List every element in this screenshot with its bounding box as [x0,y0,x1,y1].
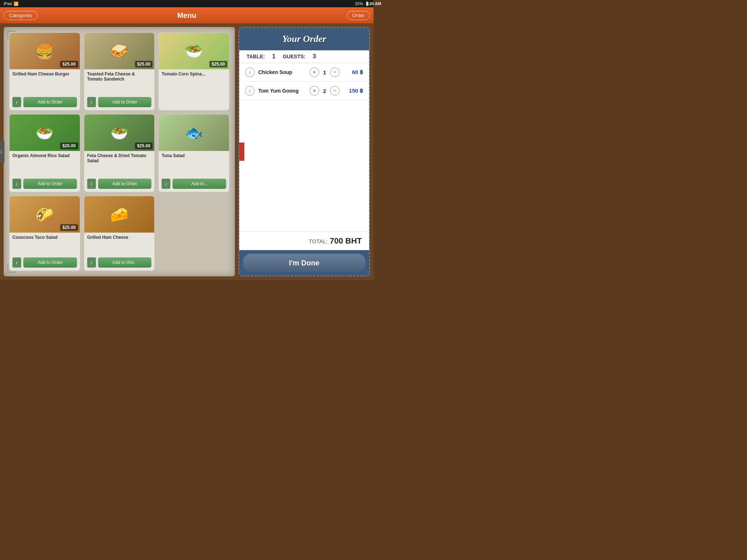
guests-number: 3 [313,53,316,60]
device-label: iPad [4,1,12,6]
item-image-almond: 🥗 $25.00 [9,114,80,151]
qty-increase-tomyum[interactable]: + [310,86,319,96]
total-label: TOTAL: [309,238,328,244]
item-image-cheese: 🧀 [84,196,155,233]
order-items-list: i Chicken Soup + 1 − 60 ฿ i Tom Yum Goon… [239,63,369,232]
done-button[interactable]: I'm Done [243,254,365,272]
item-image-tomato: 🥗 $25.00 [159,33,229,69]
table-label: TABLE: [247,54,265,59]
order-item-price-tomyum: 150 ฿ [343,88,363,94]
price-badge: $25.00 [209,61,227,67]
menu-item-tuna: 🐟 Tuna Salad i Add to... [158,114,229,192]
add-to-order-tuna[interactable]: Add to... [173,179,226,189]
item-name: Grilled Ham Cheese [84,233,155,256]
menu-item-grilled-ham-cheese2: 🧀 Grilled Ham Cheese i Add to Ord... [84,196,155,271]
menu-book: 🍔 $25.00 Grilled Ham Cheese Burger i Add… [4,27,235,276]
total-amount: 700 BHT [330,236,362,246]
info-button-feta[interactable]: i [87,179,96,189]
item-name: Tomato Corn Spina... [159,69,229,110]
add-to-order-taco[interactable]: Add to Order [23,257,77,268]
info-button-tuna[interactable]: i [162,179,170,189]
order-info-row: TABLE: 1 GUESTS: 3 [239,50,369,63]
qty-decrease-chicken[interactable]: − [330,67,340,77]
collapse-order-handle[interactable]: ‹ [239,143,244,161]
status-bar: iPad 📶 4:20 AM 32% 🔋 [0,0,374,7]
battery-label: 32% [355,1,363,6]
info-button-taco[interactable]: i [12,257,21,268]
status-time: 4:20 AM [366,1,374,6]
qty-value-chicken: 1 [321,69,328,75]
info-button-burger[interactable]: i [12,97,21,107]
item-name: Feta Cheese & Dried Tomato Salad [84,151,155,177]
order-panel-header: Your Order [239,28,369,50]
nav-bar: Categories Menu Order [0,7,374,23]
order-button[interactable]: Order [347,11,370,20]
order-item-price-chicken: 60 ฿ [343,69,363,75]
order-panel: ‹ Your Order TABLE: 1 GUESTS: 3 i Chicke… [239,27,370,276]
item-name: Couscous Taco Salad [9,233,80,256]
status-left: iPad 📶 [4,1,19,6]
order-panel-title: Your Order [245,34,363,44]
table-number: 1 [272,53,275,60]
qty-increase-chicken[interactable]: + [310,67,319,77]
menu-item-couscous: 🌮 $25.00 Couscous Taco Salad i Add to Or… [9,196,80,271]
menu-item-feta-cheese: 🥗 $25.00 Feta Cheese & Dried Tomato Sala… [84,114,155,192]
item-name: Tuna Salad [159,151,229,177]
menu-item-toasted-feta: 🥪 $25.00 Toasted Feta Cheese & Tomato Sa… [84,32,155,110]
side-handle[interactable]: ||| [0,141,4,163]
price-badge: $25.00 [135,143,153,149]
main-content: ||| 🍔 $25.00 Grilled Ham Cheese Burger i… [0,23,374,280]
item-image-burger: 🍔 $25.00 [9,33,80,69]
add-to-order-feta[interactable]: Add to Order [98,179,152,189]
menu-item-grilled-ham-cheese-burger: 🍔 $25.00 Grilled Ham Cheese Burger i Add… [9,32,80,110]
item-image-tuna: 🐟 [159,114,229,151]
nav-title: Menu [177,11,196,20]
add-to-order-cheese2[interactable]: Add to Ord... [98,257,152,268]
order-total-row: TOTAL: 700 BHT [239,232,369,250]
item-name: Toasted Feta Cheese & Tomato Sandwich [84,69,155,96]
item-image-feta: 🥗 $25.00 [84,114,155,151]
qty-decrease-tomyum[interactable]: − [330,86,340,96]
wifi-icon: 📶 [13,1,19,6]
price-badge: $25.00 [135,61,153,67]
categories-button[interactable]: Categories [4,11,38,20]
add-to-order-sandwich[interactable]: Add to Order [98,97,152,107]
qty-value-tomyum: 2 [321,88,328,94]
guests-label: GUESTS: [283,54,305,59]
add-to-order-almond[interactable]: Add to Order [23,179,77,189]
item-image-taco: 🌮 $25.00 [9,196,80,233]
add-to-order-burger[interactable]: Add to Order [23,97,77,107]
info-button-cheese2[interactable]: i [87,257,96,268]
price-badge: $25.00 [60,61,78,67]
order-item-info-tomyum[interactable]: i [245,86,255,96]
order-item-tom-yum: i Tom Yum Goong + 2 − 150 ฿ [239,82,369,100]
item-name: Grilled Ham Cheese Burger [9,69,80,96]
menu-item-tomato-corn: 🥗 $25.00 Tomato Corn Spina... [158,32,229,110]
order-item-info-chicken[interactable]: i [245,67,255,77]
menu-item-organic-almond: 🥗 $25.00 Organic Almond Rice Salad i Add… [9,114,80,192]
order-item-name-chicken: Chicken Soup [258,69,306,75]
order-item-name-tomyum: Tom Yum Goong [258,88,306,94]
item-name: Organic Almond Rice Salad [9,151,80,177]
info-button-sandwich[interactable]: i [87,97,96,107]
order-item-chicken-soup: i Chicken Soup + 1 − 60 ฿ [239,63,369,82]
info-button-almond[interactable]: i [12,179,21,189]
menu-grid: 🍔 $25.00 Grilled Ham Cheese Burger i Add… [9,32,229,271]
price-badge: $25.00 [60,143,78,149]
price-badge: $25.00 [60,224,78,231]
item-image-sandwich: 🥪 $25.00 [84,33,155,69]
